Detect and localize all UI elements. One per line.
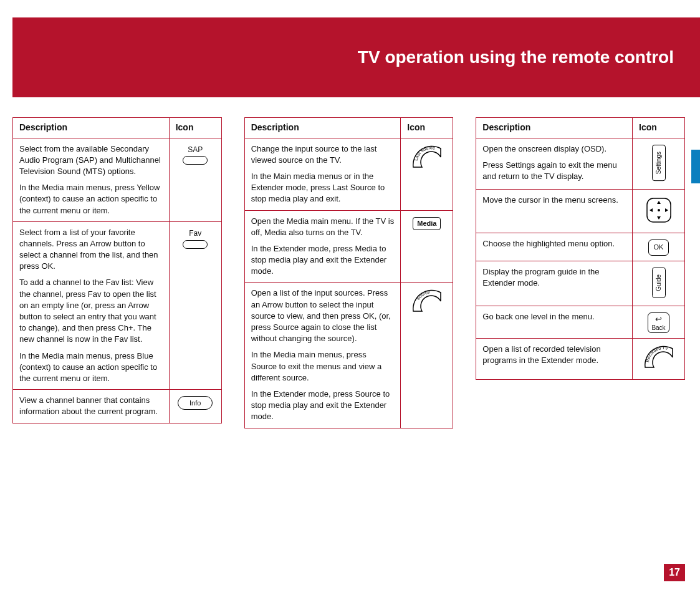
description-cell: Move the cursor in the menu screens. [476,189,633,233]
svg-marker-5 [657,216,661,220]
settings-button-icon: Settings [652,145,666,181]
description-cell: View a channel banner that contains info… [13,390,170,423]
description-text: Choose the highlighted menu option. [482,238,626,249]
table-3: Description Icon Open the onscreen displ… [476,117,685,380]
table-row: Choose the highlighted menu option.OK [476,233,685,261]
description-text: Open the onscreen display (OSD). [482,143,626,155]
icon-cell: Last Source [401,138,453,210]
table-row: Change the input source to the last view… [244,138,453,210]
description-text: Open a list of recorded television progr… [482,344,626,366]
col-header-icon: Icon [401,118,453,138]
description-cell: Change the input source to the last view… [244,138,401,210]
column-3: Description Icon Open the onscreen displ… [476,117,685,380]
icon-cell: Media [401,210,453,283]
table-2: Description Icon Change the input source… [244,117,454,428]
description-text: In the Media main menus, press Source to… [251,349,395,384]
section-tab [691,150,700,183]
table-row: Go back one level in the menu.↩Back [476,306,685,338]
table-1: Description Icon Select from the availab… [12,117,222,423]
icon-cell: Recorded TV [633,338,685,379]
icon-cell: Info [169,390,221,423]
table-row: Open the onscreen display (OSD).Press Se… [476,138,685,189]
icon-cell: Fav [169,221,221,389]
table-row: View a channel banner that contains info… [13,390,222,423]
description-cell: Go back one level in the menu. [476,306,633,338]
ok-button-icon: OK [648,239,669,255]
description-cell: Select from the available Secondary Audi… [13,138,170,221]
header-band: TV operation using the remote control [12,17,700,97]
page-number: 17 [664,564,685,581]
icon-cell: Settings [633,138,685,189]
table-row: Move the cursor in the menu screens. [476,189,685,233]
col-header-description: Description [476,118,633,138]
icon-cell: Guide [633,261,685,306]
icon-cell: ↩Back [633,306,685,338]
description-cell: Choose the highlighted menu option. [476,233,633,261]
description-text: In the Media main menus, press Blue (con… [19,351,163,385]
icon-cell: Source [401,283,453,428]
col-header-icon: Icon [169,118,221,138]
description-cell: Select from a list of your favorite chan… [13,221,170,389]
table-row: Open a list of recorded television progr… [476,338,685,379]
col-header-description: Description [13,118,170,138]
description-text: Press Settings again to exit the menu an… [482,160,626,182]
info-button-icon: Info [178,396,213,410]
description-cell: Open a list of recorded television progr… [476,338,633,379]
col-header-description: Description [244,118,401,138]
icon-cell [633,189,685,233]
table-row: Open the Media main menu. If the TV is o… [244,210,453,283]
last-source-button-icon: Last Source [410,145,444,171]
description-text: In the Media main menus, press Yellow (c… [19,182,163,216]
description-text: To add a channel to the Fav list: View t… [19,277,163,345]
description-text: Change the input source to the last view… [251,143,395,166]
media-button-icon: Media [413,217,441,230]
tables-container: Description Icon Select from the availab… [12,117,685,428]
description-text: Open the Media main menu. If the TV is o… [251,216,395,238]
col-header-icon: Icon [633,118,685,138]
icon-cell: OK [633,233,685,261]
icon-cell: SAP [169,138,221,221]
back-button-icon: ↩Back [648,312,669,332]
guide-button-icon: Guide [652,268,666,298]
source-button-icon: Source [410,289,444,315]
description-text: In the Extender mode, press Source to st… [251,389,395,423]
dpad-icon [645,196,673,225]
table-row: Select from a list of your favorite chan… [13,221,222,389]
table-row: Display the program guide in the Extende… [476,261,685,306]
description-text: Move the cursor in the menu screens. [482,195,626,206]
fav-label: Fav [176,228,215,239]
page-title: TV operation using the remote control [358,47,674,67]
description-cell: Open the onscreen display (OSD).Press Se… [476,138,633,189]
description-text: Go back one level in the menu. [482,311,626,322]
table-row: Open a list of the input sources. Press … [244,283,453,428]
description-cell: Display the program guide in the Extende… [476,261,633,306]
description-cell: Open the Media main menu. If the TV is o… [244,210,401,283]
svg-marker-6 [650,208,653,212]
sap-label: SAP [176,145,215,155]
description-text: Select from a list of your favorite chan… [19,227,163,273]
description-text: In the Extender mode, press Media to sto… [251,243,395,278]
column-2: Description Icon Change the input source… [244,117,454,428]
svg-marker-7 [665,208,668,212]
svg-point-3 [658,209,660,211]
description-cell: Open a list of the input sources. Press … [244,283,401,428]
description-text: In the Main media menus or in the Extend… [251,171,395,205]
svg-marker-4 [657,201,661,204]
sap-button-icon [183,156,208,165]
recorded-tv-button-icon: Recorded TV [641,345,676,371]
description-text: Select from the available Secondary Audi… [19,143,163,178]
description-text: Display the program guide in the Extende… [482,266,626,289]
table-row: Select from the available Secondary Audi… [13,138,222,221]
svg-text:Last Source: Last Source [413,145,435,161]
fav-button-icon [183,240,208,249]
description-text: View a channel banner that contains info… [19,395,163,417]
description-text: Open a list of the input sources. Press … [251,288,395,344]
column-1: Description Icon Select from the availab… [12,117,222,423]
